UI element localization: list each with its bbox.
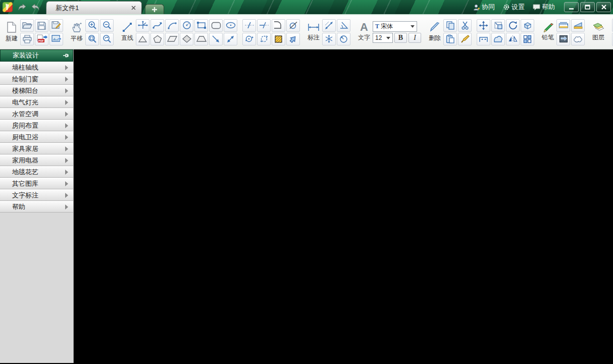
rectangle-button[interactable] bbox=[194, 19, 208, 32]
dimension-button[interactable]: 标注 bbox=[305, 22, 322, 42]
move-button[interactable] bbox=[477, 19, 490, 32]
document-tab[interactable]: 新文件1 bbox=[46, 1, 142, 14]
zoom-previous-button[interactable] bbox=[100, 33, 114, 45]
zoom-in-button[interactable] bbox=[85, 19, 99, 32]
paste-button[interactable] bbox=[443, 33, 457, 45]
layers-button[interactable]: 图层 bbox=[590, 22, 607, 42]
export-image-button[interactable] bbox=[49, 33, 63, 45]
pdf-badge-text: PDF bbox=[38, 39, 44, 42]
contour-button[interactable] bbox=[491, 33, 505, 45]
sidebar-item[interactable]: 地毯花艺 bbox=[0, 166, 73, 178]
collaborate-menu[interactable]: 协同 bbox=[470, 1, 498, 13]
pencil-button[interactable]: 铅笔 bbox=[539, 22, 556, 42]
tangent-circle-button[interactable] bbox=[286, 19, 300, 32]
zoom-out-button[interactable] bbox=[100, 19, 114, 32]
aligned-dimension-button[interactable] bbox=[322, 19, 336, 32]
export-pdf-button[interactable]: PDF bbox=[35, 33, 48, 45]
new-file-icon bbox=[6, 21, 17, 33]
drawing-canvas[interactable] bbox=[74, 49, 613, 363]
person-icon bbox=[473, 4, 480, 11]
sidebar-item[interactable]: 水管空调 bbox=[0, 108, 73, 120]
ellipse-button[interactable] bbox=[224, 19, 237, 32]
trim-button[interactable] bbox=[242, 19, 256, 32]
mirror-button[interactable] bbox=[506, 33, 520, 45]
line-tool-button[interactable]: 直线 bbox=[119, 22, 136, 42]
array-button[interactable] bbox=[521, 33, 534, 45]
ordinate-dimension-button[interactable] bbox=[322, 33, 336, 45]
rotate-copy-button[interactable] bbox=[242, 33, 256, 45]
sidebar-item[interactable]: 房间布置 bbox=[0, 120, 73, 131]
orbit-3d-button[interactable] bbox=[521, 19, 534, 32]
speech-bubble-icon bbox=[533, 4, 540, 11]
sidebar-item[interactable]: 家用电器 bbox=[0, 154, 73, 166]
triangle-button[interactable] bbox=[136, 33, 149, 45]
break-button[interactable] bbox=[257, 33, 271, 45]
scale-button[interactable] bbox=[491, 19, 505, 32]
rounded-rect-button[interactable] bbox=[209, 19, 223, 32]
pan-button[interactable]: 平移 bbox=[68, 21, 85, 43]
chevron-right-icon bbox=[65, 100, 68, 105]
cut-button[interactable] bbox=[458, 19, 472, 32]
delete-button[interactable]: 删除 bbox=[426, 22, 443, 42]
parallelogram-button[interactable] bbox=[165, 33, 179, 45]
sidebar-header[interactable]: 家装设计 bbox=[0, 49, 73, 62]
font-size-select[interactable]: 12 bbox=[373, 33, 393, 43]
minimize-button[interactable] bbox=[564, 2, 579, 12]
sidebar-item[interactable]: 家具家居 bbox=[0, 143, 73, 154]
arc-button[interactable] bbox=[165, 19, 179, 32]
zoom-window-icon bbox=[88, 34, 97, 43]
pentagon-button[interactable] bbox=[150, 33, 164, 45]
polyline-button[interactable] bbox=[136, 19, 149, 32]
italic-button[interactable]: I bbox=[408, 33, 421, 43]
sidebar-item[interactable]: 电气灯光 bbox=[0, 96, 73, 108]
close-button[interactable] bbox=[596, 2, 611, 12]
diamond-button[interactable] bbox=[180, 33, 193, 45]
collaborate-label: 协同 bbox=[482, 3, 495, 12]
open-button[interactable] bbox=[20, 19, 34, 32]
maximize-button[interactable] bbox=[580, 2, 595, 12]
double-arrow-button[interactable] bbox=[224, 33, 237, 45]
sidebar-item[interactable]: 厨电卫浴 bbox=[0, 131, 73, 143]
save-button[interactable] bbox=[35, 19, 48, 32]
forward-button[interactable] bbox=[29, 2, 42, 13]
save-as-button[interactable] bbox=[49, 19, 63, 32]
circle-button[interactable] bbox=[180, 19, 193, 32]
angular-dimension-button[interactable] bbox=[337, 19, 350, 32]
arrow-button[interactable] bbox=[209, 33, 223, 45]
measure-button[interactable] bbox=[556, 19, 570, 32]
sidebar-item[interactable]: 文字标注 bbox=[0, 189, 73, 201]
hatch-button[interactable] bbox=[272, 33, 285, 45]
rotate-button[interactable] bbox=[506, 19, 520, 32]
sidebar-item[interactable]: 其它图库 bbox=[0, 178, 73, 189]
bold-button[interactable]: B bbox=[394, 33, 407, 43]
new-file-button[interactable]: 新建 bbox=[3, 21, 20, 43]
zoom-window-button[interactable] bbox=[85, 33, 99, 45]
print-button[interactable] bbox=[20, 33, 34, 45]
back-button[interactable] bbox=[16, 2, 29, 13]
new-tab-button[interactable] bbox=[145, 4, 164, 14]
sidebar-item[interactable]: 帮助 bbox=[0, 201, 73, 213]
sidebar-item[interactable]: 墙柱轴线 bbox=[0, 62, 73, 73]
text-tool-button[interactable]: A 文字 bbox=[355, 22, 373, 42]
insert-image-button[interactable] bbox=[556, 33, 570, 45]
cloud-button[interactable] bbox=[571, 33, 585, 45]
sidebar-item[interactable]: 绘制门窗 bbox=[0, 73, 73, 85]
offset-button[interactable] bbox=[477, 33, 490, 45]
sidebar-item[interactable]: 楼梯阳台 bbox=[0, 85, 73, 96]
radius-dimension-button[interactable] bbox=[337, 33, 350, 45]
help-menu[interactable]: 帮助 bbox=[530, 1, 558, 13]
extend-button[interactable] bbox=[257, 19, 271, 32]
spline-button[interactable] bbox=[150, 19, 164, 32]
copy-button[interactable] bbox=[443, 19, 457, 32]
format-painter-button[interactable] bbox=[458, 33, 472, 45]
text-tool-label: 文字 bbox=[358, 33, 370, 42]
slope-button[interactable] bbox=[571, 19, 585, 32]
pin-icon[interactable] bbox=[63, 53, 69, 59]
font-family-select[interactable]: T 宋体 bbox=[373, 21, 417, 32]
trapezoid-button[interactable] bbox=[194, 33, 208, 45]
settings-menu[interactable]: 设置 bbox=[500, 1, 528, 13]
pencil-label: 铅笔 bbox=[542, 33, 554, 42]
flip-button[interactable] bbox=[286, 33, 300, 45]
tab-close-icon[interactable] bbox=[129, 4, 137, 12]
fillet-button[interactable] bbox=[272, 19, 285, 32]
